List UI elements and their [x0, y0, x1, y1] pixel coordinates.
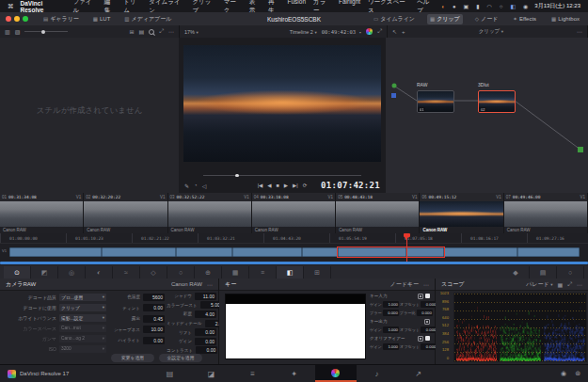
timeline-clip[interactable] — [517, 247, 580, 257]
grid-view-icon[interactable]: ⊞ — [129, 28, 134, 35]
clip-thumbnail[interactable] — [504, 201, 587, 227]
options-icon[interactable]: ⋯ — [207, 281, 213, 288]
clip-thumbnail-cell[interactable]: 03 00:32:52:22 V1 Canon RAW — [168, 193, 252, 233]
clip-thumbnail-cell[interactable]: 05 00:48:43:18 V1 Canon RAW — [336, 193, 420, 233]
setting-dropdown[interactable]: Can...mut▾ — [59, 325, 106, 332]
color-wheel-icon[interactable] — [366, 28, 373, 35]
fairlight-page-button[interactable]: ♪ — [357, 365, 398, 382]
panel-toggle-button[interactable]: ▤ギャラリー — [40, 14, 82, 24]
clip-thumbnail[interactable] — [0, 201, 83, 227]
node-view-select[interactable]: クリップ ▾ — [479, 28, 503, 35]
transport-button[interactable]: ◀ — [267, 183, 271, 188]
corrector-node-02[interactable]: 02 — [478, 90, 516, 113]
clip-thumbnail-cell[interactable]: 01 00:31:34:08 V1 Canon RAW — [0, 193, 84, 233]
palette-icon[interactable]: ○ — [167, 266, 195, 279]
cut-page-button[interactable]: ◪ — [191, 365, 232, 382]
album-icon[interactable]: ▨ — [15, 28, 21, 35]
param-value[interactable]: 0.00 — [143, 304, 165, 311]
param-value[interactable]: 11.00 — [195, 293, 216, 300]
timeline-clip[interactable] — [444, 247, 517, 257]
playhead[interactable] — [406, 233, 407, 262]
setting-dropdown[interactable]: プロ...使用▾ — [59, 294, 106, 301]
reset-icon[interactable] — [424, 319, 430, 325]
pan-tool-icon[interactable]: + — [402, 29, 405, 35]
options-icon[interactable]: ⋯ — [577, 28, 582, 35]
transport-button[interactable]: ▶ — [284, 183, 288, 188]
jog-handle[interactable] — [235, 174, 239, 178]
palette-icon[interactable]: ⊙ — [4, 266, 31, 279]
timeline-clip[interactable] — [102, 247, 176, 257]
viewer-tool-icon[interactable]: ◁ — [202, 183, 207, 189]
panel-toggle-button[interactable]: ▦LUT — [90, 15, 114, 23]
timeline-clip[interactable] — [176, 247, 232, 257]
palette-icon[interactable]: ⊞ — [304, 266, 331, 279]
key-value[interactable]: 0.000 — [383, 310, 399, 316]
param-value[interactable]: 0.00 — [143, 337, 165, 344]
key-value[interactable]: 0.000 — [421, 343, 437, 350]
setting-dropdown[interactable]: Cano...og 2▾ — [59, 335, 106, 342]
clip-thumbnail-cell[interactable]: 07 00:49:46:00 V1 Canon RAW — [504, 193, 588, 233]
setting-dropdown[interactable]: 3200▾ — [59, 345, 106, 353]
app-menu[interactable]: DaVinci Resolve — [21, 0, 67, 13]
transport-button[interactable]: ▶| — [293, 183, 298, 188]
palette-icon[interactable]: ≡ — [249, 266, 277, 279]
status-icon[interactable]: ● — [453, 4, 456, 9]
setting-dropdown[interactable]: 撮影...設定▾ — [59, 314, 106, 322]
transport-button[interactable]: |◀ — [258, 183, 263, 188]
key-value[interactable]: 1.000 — [383, 326, 399, 333]
timeline-scrollbar[interactable] — [0, 262, 588, 264]
param-value[interactable]: 10.00 — [143, 326, 165, 333]
status-icon[interactable]: ◐ — [441, 4, 445, 9]
apple-menu-icon[interactable]: ⌘ — [8, 3, 14, 10]
key-value[interactable]: 1.000 — [383, 343, 399, 350]
palette-icon[interactable]: ◇ — [140, 266, 167, 279]
viewer-zoom-select[interactable]: 17% ▾ — [184, 29, 199, 35]
status-icon[interactable]: ▮ — [476, 3, 479, 9]
panel-toggle-button[interactable]: ✦Effects — [510, 14, 539, 24]
grid-icon[interactable]: ▦ — [558, 281, 564, 288]
timeline-clip[interactable] — [302, 247, 338, 257]
key-value[interactable]: 0.000 — [417, 310, 433, 316]
panel-toggle-button[interactable]: ▭タイムライン — [371, 14, 418, 24]
key-matte-preview[interactable] — [225, 294, 366, 359]
key-value[interactable]: 1.000 — [383, 301, 399, 308]
setting-dropdown[interactable]: クリップ▾ — [59, 304, 106, 311]
palette-icon[interactable]: ⊕ — [195, 266, 222, 279]
param-value[interactable]: 4.00 — [195, 310, 216, 318]
palette-icon[interactable]: ◎ — [58, 266, 86, 279]
matte-toggle-icon[interactable] — [425, 294, 430, 298]
palette-icon[interactable]: ▦ — [222, 266, 249, 279]
search-icon[interactable] — [149, 29, 154, 35]
user-icon[interactable]: ◉ — [561, 370, 566, 377]
panel-toggle-button[interactable]: ▥メディアプール — [121, 14, 174, 24]
timeline-ruler[interactable]: 01:00:00:0001:01:10:2301:02:21:2201:03:3… — [0, 233, 588, 244]
status-icon[interactable]: ◧ — [510, 3, 516, 9]
clip-thumbnail-cell[interactable]: 04 00:33:18:08 V1 Canon RAW — [252, 193, 336, 233]
reset-icon[interactable] — [418, 294, 423, 299]
scope-mode-select[interactable]: パレード ▾ — [526, 280, 552, 289]
panel-toggle-button[interactable]: ▦クリップ — [427, 14, 463, 24]
viewer-tool-icon[interactable]: ✎ — [184, 183, 189, 189]
pointer-tool-icon[interactable]: ↖ — [392, 28, 397, 35]
viewer-image[interactable] — [183, 45, 381, 162]
clip-thumbnail[interactable] — [84, 201, 167, 227]
jog-bar[interactable] — [203, 175, 361, 176]
palette-icon[interactable]: ≈ — [113, 266, 140, 279]
apply-changes-button[interactable]: 変更を適用 — [111, 354, 154, 362]
zoom-window-button[interactable] — [23, 16, 28, 22]
thumb-size-slider[interactable] — [24, 31, 68, 32]
viewer-timecode[interactable]: 00:49:42:03 ▾ — [322, 29, 361, 35]
status-icon[interactable]: ▣ — [464, 3, 469, 9]
list-view-icon[interactable]: ▤ — [139, 28, 145, 35]
transport-button[interactable]: ■ — [277, 183, 279, 188]
status-icon[interactable]: ◠ — [487, 3, 492, 9]
expand-icon[interactable]: ⤢ — [567, 281, 572, 288]
clip-thumbnail[interactable] — [420, 201, 502, 227]
param-value[interactable]: 0.00 — [195, 338, 216, 345]
options-icon[interactable]: ⋯ — [577, 281, 582, 288]
apply-all-settings-button[interactable]: 全設定を適用 — [159, 354, 202, 362]
param-value[interactable]: 5600 — [143, 294, 165, 301]
stills-list-icon[interactable]: ▥ — [5, 28, 10, 35]
clip-thumbnail[interactable] — [168, 201, 251, 227]
deliver-page-button[interactable]: ↗ — [398, 365, 439, 382]
